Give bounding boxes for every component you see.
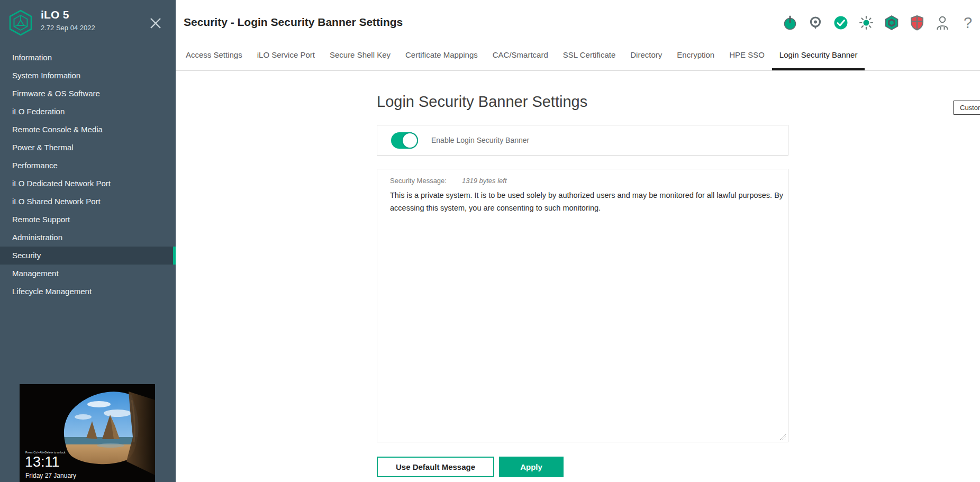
ilo-logo-icon: [8, 10, 33, 36]
enable-banner-toggle[interactable]: [391, 132, 418, 149]
app-title: iLO 5: [41, 8, 69, 21]
lockscreen-date: Friday 27 January: [25, 472, 76, 479]
health-ok-icon[interactable]: [833, 15, 849, 31]
tab-encryption[interactable]: Encryption: [669, 40, 722, 70]
sidebar-item-administration[interactable]: Administration: [0, 229, 176, 247]
tab-login-security-banner[interactable]: Login Security Banner: [772, 40, 865, 70]
apply-button[interactable]: Apply: [499, 457, 564, 477]
uid-locator-icon[interactable]: [807, 15, 823, 31]
tab-certificate-mappings[interactable]: Certificate Mappings: [398, 40, 485, 70]
main-area: Security - Login Security Banner Setting…: [176, 0, 980, 482]
content-heading: Login Security Banner Settings: [377, 93, 587, 111]
action-buttons: Use Default Message Apply: [377, 457, 564, 477]
sidebar-item-lifecycle-management[interactable]: Lifecycle Management: [0, 283, 176, 301]
lockscreen-time: 13:11: [25, 454, 60, 470]
tab-bar: Access Settings iLO Service Port Secure …: [176, 40, 980, 71]
tab-directory[interactable]: Directory: [623, 40, 669, 70]
toggle-knob: [402, 132, 418, 149]
page-title: Security - Login Security Banner Setting…: [184, 16, 403, 29]
sidebar-header: iLO 5 2.72 Sep 04 2022: [0, 0, 176, 49]
help-glyph: ?: [964, 15, 972, 31]
bytes-left-counter: 1319 bytes left: [462, 177, 507, 185]
user-icon[interactable]: [934, 15, 950, 31]
use-default-message-button[interactable]: Use Default Message: [377, 457, 494, 477]
sidebar-nav: Information System Information Firmware …: [0, 49, 176, 301]
tab-ilo-service-port[interactable]: iLO Service Port: [250, 40, 322, 70]
enable-banner-label: Enable Login Security Banner: [431, 136, 529, 144]
security-message-textarea[interactable]: Security Message: 1319 bytes left This i…: [377, 169, 788, 442]
remote-management-hexagon-icon[interactable]: [884, 15, 900, 31]
textarea-resize-handle[interactable]: [779, 433, 786, 440]
enable-banner-card: Enable Login Security Banner: [377, 125, 788, 156]
tab-access-settings[interactable]: Access Settings: [178, 40, 250, 70]
tab-cac-smartcard[interactable]: CAC/Smartcard: [485, 40, 556, 70]
help-icon[interactable]: ?: [960, 15, 976, 31]
sidebar-item-ilo-shared-network-port[interactable]: iLO Shared Network Port: [0, 193, 176, 211]
sidebar-item-security[interactable]: Security: [0, 247, 176, 265]
sidebar: iLO 5 2.72 Sep 04 2022 Information Syste…: [0, 0, 176, 482]
security-shield-icon[interactable]: [909, 15, 925, 31]
security-message-label: Security Message:: [390, 177, 447, 185]
security-message-text: This is a private system. It is to be us…: [390, 189, 784, 214]
tab-ssl-certificate[interactable]: SSL Certificate: [556, 40, 623, 70]
sidebar-item-power-thermal[interactable]: Power & Thermal: [0, 139, 176, 157]
sidebar-item-information[interactable]: Information: [0, 49, 176, 67]
sidebar-item-ilo-dedicated-network-port[interactable]: iLO Dedicated Network Port: [0, 175, 176, 193]
header-status-icons: ?: [782, 15, 976, 31]
sidebar-item-remote-console-media[interactable]: Remote Console & Media: [0, 121, 176, 139]
tab-hpe-sso[interactable]: HPE SSO: [722, 40, 772, 70]
customize-button[interactable]: Customize: [953, 101, 980, 115]
power-icon[interactable]: [782, 15, 798, 31]
close-sidebar-icon[interactable]: [148, 16, 163, 31]
tab-secure-shell-key[interactable]: Secure Shell Key: [322, 40, 398, 70]
sidebar-item-performance[interactable]: Performance: [0, 157, 176, 175]
app-version: 2.72 Sep 04 2022: [41, 24, 95, 32]
sidebar-item-ilo-federation[interactable]: iLO Federation: [0, 103, 176, 121]
remote-console-preview[interactable]: Press Ctrl+Alt+Delete to unlock 13:11 Fr…: [20, 384, 155, 482]
sidebar-item-management[interactable]: Management: [0, 265, 176, 283]
sidebar-item-system-information[interactable]: System Information: [0, 67, 176, 85]
sidebar-item-firmware-os-software[interactable]: Firmware & OS Software: [0, 85, 176, 103]
indicator-led-icon[interactable]: [858, 15, 874, 31]
sidebar-item-remote-support[interactable]: Remote Support: [0, 211, 176, 229]
